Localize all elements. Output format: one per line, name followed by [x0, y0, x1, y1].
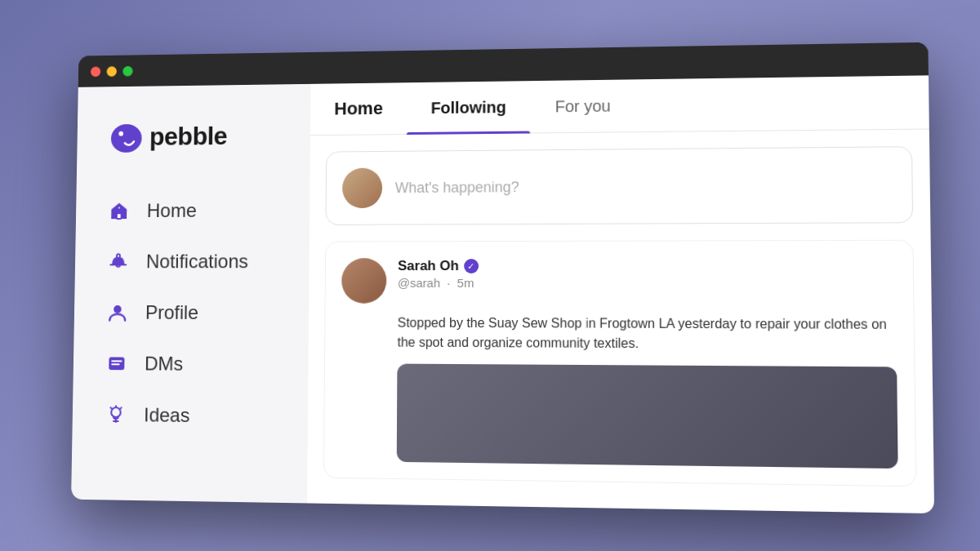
tab-for-you[interactable]: For you: [531, 78, 636, 132]
post-username-row: Sarah Oh ✓: [398, 258, 479, 274]
dms-icon: [104, 350, 129, 376]
sidebar: pebble Home: [71, 83, 310, 503]
post-avatar: [341, 258, 386, 304]
verified-badge: ✓: [464, 259, 479, 273]
window-content: pebble Home: [71, 75, 934, 513]
bell-icon: [105, 248, 131, 273]
tab-home[interactable]: Home: [334, 82, 407, 135]
post-user-info: Sarah Oh ✓ @sarah · 5m: [398, 258, 479, 290]
post-display-name: Sarah Oh: [398, 258, 459, 274]
svg-point-0: [111, 123, 142, 152]
profile-icon: [105, 300, 130, 325]
post-image: [397, 363, 898, 469]
svg-rect-5: [109, 357, 124, 370]
post-handle-time: @sarah · 5m: [398, 276, 479, 290]
svg-point-3: [118, 206, 121, 209]
pebble-logo-icon: [108, 118, 145, 156]
sidebar-item-dms[interactable]: DMs: [88, 339, 292, 389]
main-content: Home Following For you What's happening?: [307, 75, 934, 513]
svg-line-13: [120, 407, 121, 408]
home-icon: [106, 198, 131, 223]
mac-window: pebble Home: [71, 42, 934, 513]
compose-placeholder[interactable]: What's happening?: [395, 178, 519, 196]
post-card: Sarah Oh ✓ @sarah · 5m Stopped by the Su…: [323, 239, 916, 487]
minimize-button[interactable]: [107, 65, 117, 76]
compose-avatar: [342, 167, 382, 208]
dms-label: DMs: [145, 352, 183, 375]
compose-box[interactable]: What's happening?: [325, 146, 913, 225]
logo-text: pebble: [149, 121, 228, 151]
traffic-lights: [91, 65, 133, 76]
home-label: Home: [147, 199, 197, 222]
sidebar-item-profile[interactable]: Profile: [89, 288, 293, 337]
svg-point-4: [114, 305, 122, 313]
sidebar-item-home[interactable]: Home: [91, 185, 294, 234]
sidebar-item-notifications[interactable]: Notifications: [90, 237, 293, 285]
post-body: Stopped by the Suay Sew Shop in Frogtown…: [397, 313, 896, 354]
feed-area: What's happening? Sarah Oh ✓: [307, 129, 934, 513]
close-button[interactable]: [91, 66, 100, 77]
tabs-header: Home Following For you: [310, 75, 929, 136]
post-header: Sarah Oh ✓ @sarah · 5m: [341, 257, 896, 304]
ideas-icon: [103, 402, 128, 428]
tab-following[interactable]: Following: [407, 80, 531, 134]
profile-label: Profile: [145, 301, 198, 324]
logo-area: pebble: [77, 108, 311, 188]
svg-point-8: [111, 407, 121, 417]
notifications-label: Notifications: [146, 250, 248, 273]
fullscreen-button[interactable]: [122, 65, 132, 76]
svg-rect-2: [117, 213, 122, 219]
nav-menu: Home Notifications: [72, 185, 310, 441]
ideas-label: Ideas: [144, 403, 190, 426]
svg-line-12: [110, 407, 111, 408]
sidebar-item-ideas[interactable]: Ideas: [87, 390, 292, 441]
